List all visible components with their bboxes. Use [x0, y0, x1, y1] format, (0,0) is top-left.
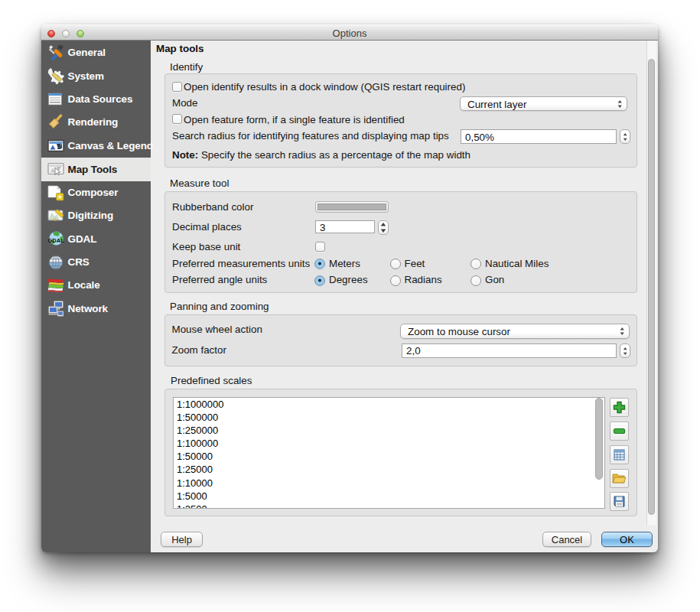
svg-text:GDAL: GDAL: [48, 237, 65, 244]
